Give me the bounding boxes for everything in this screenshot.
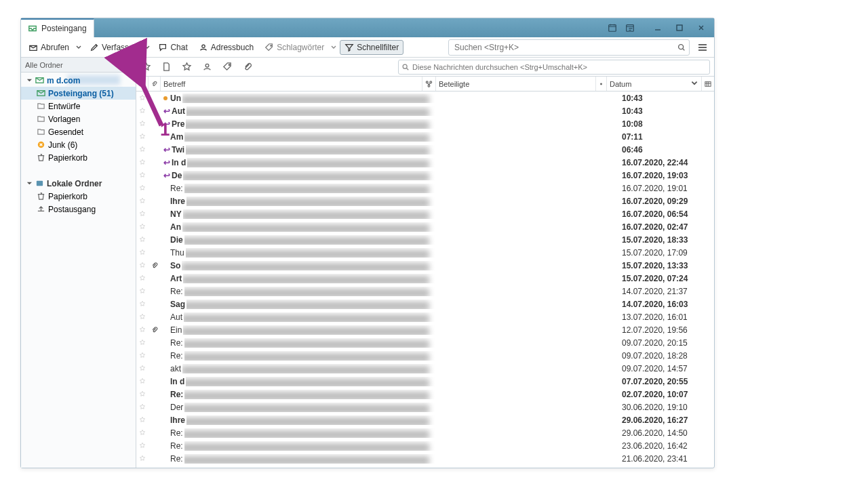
get-messages-button[interactable]: Abrufen [24,40,74,55]
filter-tag-icon[interactable] [222,62,233,73]
message-row[interactable]: Aut13.07.2020, 16:01 [136,310,714,323]
message-list[interactable]: Un10:43↩Aut10:43↩Pre10:08Am07:11↩Twi06:4… [136,92,714,468]
star-cell[interactable] [136,236,149,243]
filter-unread-icon[interactable] [161,62,172,73]
star-cell[interactable] [136,262,149,269]
message-row[interactable]: Thu15.07.2020, 17:09 [136,246,714,259]
star-cell[interactable] [136,210,149,218]
maximize-button[interactable] [669,21,690,35]
twisty-icon[interactable] [25,77,32,83]
message-row[interactable]: In d07.07.2020, 20:55 [136,375,714,388]
star-cell[interactable] [136,352,149,359]
message-row[interactable]: ↩In d16.07.2020, 22:44 [136,156,714,169]
star-cell[interactable] [136,223,149,230]
star-cell[interactable] [136,197,149,205]
star-cell[interactable] [136,429,149,436]
star-cell[interactable] [136,403,149,411]
message-row[interactable]: ↩Pre10:08 [136,117,714,130]
folder-row[interactable]: Postausgang [21,203,136,216]
global-search-input[interactable] [452,43,677,52]
column-subject[interactable]: Betreff [161,77,422,91]
message-row[interactable]: Ein12.07.2020, 19:56 [136,323,714,336]
message-row[interactable]: ↩De16.07.2020, 19:03 [136,169,714,182]
minimize-button[interactable] [648,21,668,35]
message-row[interactable]: Sag14.07.2020, 16:03 [136,298,714,310]
app-menu-button[interactable] [694,39,711,56]
message-row[interactable]: So15.07.2020, 13:33 [136,259,714,272]
column-date[interactable]: Datum [607,77,702,91]
message-row[interactable]: Ihre16.07.2020, 09:29 [136,195,714,207]
twisty-icon[interactable] [25,180,32,186]
star-cell[interactable] [136,107,149,115]
star-cell[interactable] [136,120,149,127]
star-cell[interactable] [136,184,149,192]
tags-button[interactable]: Schlagwörter [260,40,329,55]
folder-row[interactable] [21,164,136,177]
message-row[interactable]: An16.07.2020, 02:47 [136,220,714,233]
filter-starred-icon[interactable] [140,62,151,73]
column-attachment[interactable] [149,77,161,91]
message-row[interactable]: akt09.07.2020, 14:57 [136,362,714,375]
message-row[interactable]: Re:14.07.2020, 21:37 [136,285,714,298]
message-row[interactable]: ↩Twi06:46 [136,143,714,156]
star-cell[interactable] [136,313,149,321]
tab-inbox[interactable]: Posteingang [21,18,94,37]
message-row[interactable]: Re:29.06.2020, 14:50 [136,426,714,439]
message-row[interactable]: Re:02.07.2020, 10:07 [136,388,714,401]
close-button[interactable] [691,21,711,35]
chat-button[interactable]: Chat [153,40,192,55]
star-cell[interactable] [136,94,149,102]
star-cell[interactable] [136,416,149,424]
message-row[interactable]: Re:23.06.2020, 16:42 [136,439,714,452]
quickfilter-button[interactable]: Schnellfilter [340,40,403,55]
star-cell[interactable] [136,159,149,166]
folder-row[interactable]: Junk (6) [21,138,136,151]
filter-contact-icon[interactable] [201,62,212,73]
folder-row[interactable]: Vorlagen [21,113,136,125]
star-cell[interactable] [136,339,149,346]
star-cell[interactable] [136,455,149,462]
message-row[interactable]: Re:09.07.2020, 18:28 [136,349,714,362]
star-cell[interactable] [136,171,149,179]
star-cell[interactable] [136,274,149,282]
account-row[interactable]: m d.com [21,74,136,87]
star-cell[interactable] [136,146,149,153]
compose-button[interactable]: Verfassen [85,40,142,55]
quickfilter-search[interactable] [398,60,710,75]
compose-dropdown[interactable] [142,39,152,56]
message-row[interactable]: ↩Aut10:43 [136,104,714,117]
message-row[interactable]: Die15.07.2020, 18:33 [136,233,714,246]
star-cell[interactable] [136,326,149,333]
star-cell[interactable] [136,287,149,295]
folder-row[interactable]: Papierkorb [21,190,136,203]
message-row[interactable]: Re:09.07.2020, 20:15 [136,336,714,349]
global-search[interactable] [448,39,690,56]
star-cell[interactable] [136,133,149,140]
message-row[interactable]: NY16.07.2020, 06:54 [136,207,714,220]
star-cell[interactable] [136,300,149,308]
local-folders-row[interactable]: Lokale Ordner [21,177,136,190]
column-picker[interactable] [702,77,714,91]
calendar-button[interactable] [604,21,620,35]
folder-row[interactable]: Entwürfe [21,100,136,113]
filter-attachment-icon[interactable] [242,62,253,73]
tags-dropdown[interactable] [329,39,338,56]
folder-row[interactable]: Posteingang (51) [21,87,136,100]
star-cell[interactable] [136,249,149,256]
get-messages-dropdown[interactable] [74,39,83,56]
message-row[interactable]: Am07:11 [136,130,714,143]
column-spam[interactable] [596,77,607,91]
star-cell[interactable] [136,365,149,372]
message-row[interactable]: Ihre29.06.2020, 16:27 [136,413,714,426]
column-star[interactable] [136,77,149,91]
folder-row[interactable]: Gesendet [21,125,136,138]
folder-row[interactable]: Papierkorb [21,151,136,164]
message-row[interactable]: Der30.06.2020, 19:10 [136,401,714,413]
quickfilter-search-input[interactable] [410,63,707,71]
message-row[interactable]: Re:16.07.2020, 19:01 [136,182,714,195]
tasks-button[interactable] [622,21,638,35]
message-row[interactable]: Re:21.06.2020, 23:41 [136,452,714,465]
message-row[interactable]: Art15.07.2020, 07:24 [136,272,714,285]
column-correspondents[interactable]: Beteiligte [436,77,596,91]
star-cell[interactable] [136,378,149,385]
